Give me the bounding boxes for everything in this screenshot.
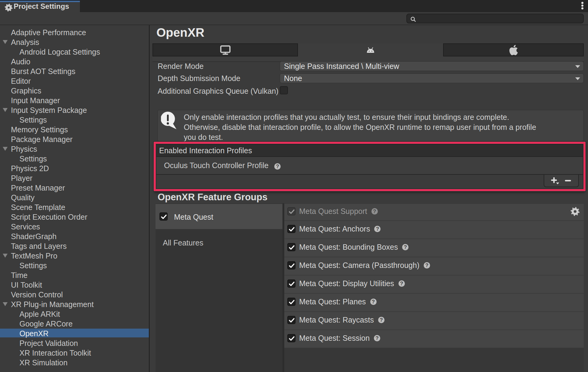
- warning-text: Only enable interaction profiles that yo…: [184, 112, 541, 142]
- feature-settings-gear-icon[interactable]: [570, 207, 580, 218]
- feature-label: Meta Quest: Anchors: [299, 225, 370, 233]
- sidebar-item-settings[interactable]: Settings: [0, 115, 149, 125]
- remove-profile-button[interactable]: [562, 175, 573, 187]
- sidebar-item-graphics[interactable]: Graphics: [0, 86, 149, 96]
- help-icon[interactable]: ?: [374, 226, 381, 232]
- sidebar-item-analysis[interactable]: Analysis: [0, 37, 149, 47]
- sidebar-item-editor[interactable]: Editor: [0, 76, 149, 86]
- dropdown-value: None: [284, 74, 302, 83]
- help-icon[interactable]: ?: [402, 244, 409, 250]
- tab-platform-desktop[interactable]: [152, 43, 298, 56]
- feature-label: Meta Quest: Session: [299, 334, 370, 343]
- kebab-menu-icon[interactable]: [581, 2, 584, 10]
- help-icon[interactable]: ?: [424, 262, 430, 269]
- sidebar-item-textmesh-pro[interactable]: TextMesh Pro: [0, 251, 149, 261]
- sidebar-item-ui-toolkit[interactable]: UI Toolkit: [0, 280, 149, 290]
- list-item-oculus-profile[interactable]: Oculus Touch Controller Profile?: [164, 157, 281, 174]
- check-icon: [161, 214, 167, 220]
- help-icon[interactable]: ?: [398, 280, 405, 287]
- android-icon: [366, 47, 375, 53]
- sidebar-item-scene-template[interactable]: Scene Template: [0, 202, 149, 212]
- sidebar-item-openxr[interactable]: OpenXR: [0, 329, 149, 338]
- sidebar-item-project-validation[interactable]: Project Validation: [0, 338, 149, 348]
- sidebar-item-label: Input System Package: [11, 106, 87, 114]
- openxr-settings-panel: OpenXR: [150, 25, 588, 372]
- add-profile-button[interactable]: [548, 175, 562, 187]
- sidebar-item-quality[interactable]: Quality: [0, 193, 149, 202]
- sidebar-item-label: Services: [11, 222, 40, 231]
- sidebar-item-services[interactable]: Services: [0, 222, 149, 232]
- help-icon[interactable]: ?: [371, 208, 378, 215]
- sidebar-item-adaptive-performance[interactable]: Adaptive Performance: [0, 28, 149, 37]
- feature-row-label: Meta Quest Support?: [299, 204, 378, 220]
- sidebar-item-shadergraph[interactable]: ShaderGraph: [0, 232, 149, 241]
- sidebar-item-settings[interactable]: Settings: [0, 154, 149, 164]
- field-row-vulkan-queue: Additional Graphics Queue (Vulkan): [150, 86, 588, 96]
- sidebar-item-input-system-package[interactable]: Input System Package: [0, 105, 149, 115]
- sidebar-item-physics-2d[interactable]: Physics 2D: [0, 164, 149, 173]
- sidebar-item-label: Project Validation: [19, 339, 78, 347]
- toolbar: [0, 12, 588, 25]
- sidebar-item-memory-settings[interactable]: Memory Settings: [0, 125, 149, 134]
- sidebar-item-burst-aot-settings[interactable]: Burst AOT Settings: [0, 66, 149, 76]
- sidebar-item-label: Burst AOT Settings: [11, 67, 75, 76]
- sidebar-item-label: Settings: [19, 154, 47, 163]
- feature-checkbox[interactable]: [287, 334, 296, 342]
- sidebar-item-xr-interaction-toolkit[interactable]: XR Interaction Toolkit: [0, 348, 149, 358]
- sidebar-item-xr-simulation[interactable]: XR Simulation: [0, 358, 149, 367]
- sidebar-item-package-manager[interactable]: Package Manager: [0, 134, 149, 144]
- foldout-triangle-icon[interactable]: [3, 108, 8, 112]
- help-icon[interactable]: ?: [370, 299, 377, 305]
- sidebar-item-script-execution-order[interactable]: Script Execution Order: [0, 212, 149, 222]
- sidebar-item-time[interactable]: Time: [0, 270, 149, 280]
- feature-checkbox[interactable]: [287, 261, 296, 269]
- sidebar-item-tags-and-layers[interactable]: Tags and Layers: [0, 241, 149, 251]
- feature-checkbox[interactable]: [287, 279, 296, 288]
- sidebar-item-label: ShaderGraph: [11, 232, 56, 241]
- sidebar-item-preset-manager[interactable]: Preset Manager: [0, 183, 149, 193]
- feature-checkbox[interactable]: [287, 207, 296, 215]
- all-features-label[interactable]: All Features: [163, 238, 203, 247]
- tab-platform-android[interactable]: [298, 43, 443, 56]
- tab-project-settings[interactable]: Project Settings: [0, 0, 80, 12]
- depth-mode-dropdown[interactable]: None: [280, 73, 584, 83]
- interaction-profiles-header: Enabled Interaction Profiles: [156, 144, 583, 156]
- sidebar-item-xr-plug-in-management[interactable]: XR Plug-in Management: [0, 299, 149, 309]
- sidebar-item-google-arcore[interactable]: Google ARCore: [0, 319, 149, 329]
- sidebar-item-audio[interactable]: Audio: [0, 57, 149, 66]
- foldout-triangle-icon[interactable]: [3, 40, 8, 44]
- feature-list-empty-area: [284, 348, 584, 372]
- feature-checkbox[interactable]: [287, 225, 296, 233]
- search-input[interactable]: [406, 14, 584, 23]
- render-mode-dropdown[interactable]: Single Pass Instanced \ Multi-view: [280, 61, 584, 71]
- sidebar-item-apple-arkit[interactable]: Apple ARKit: [0, 309, 149, 319]
- platform-tab-strip: [152, 43, 584, 62]
- help-icon[interactable]: ?: [378, 317, 385, 323]
- feature-label: Meta Quest: Planes: [299, 297, 366, 306]
- feature-checkbox[interactable]: [287, 243, 296, 251]
- interaction-profiles-title: Enabled Interaction Profiles: [159, 145, 252, 156]
- sidebar-item-player[interactable]: Player: [0, 173, 149, 183]
- help-icon[interactable]: ?: [374, 335, 380, 341]
- search-input-field[interactable]: [418, 14, 580, 23]
- foldout-triangle-icon[interactable]: [3, 302, 8, 306]
- tab-platform-apple[interactable]: [443, 43, 584, 56]
- feature-checkbox[interactable]: [287, 298, 296, 306]
- foldout-triangle-icon[interactable]: [3, 147, 8, 151]
- feature-checkbox[interactable]: [287, 316, 296, 324]
- sidebar-item-input-manager[interactable]: Input Manager: [0, 96, 149, 105]
- feature-groups-sidebar: Meta Quest All Features: [156, 203, 282, 372]
- help-icon[interactable]: ?: [274, 163, 281, 170]
- sidebar-item-label: TextMesh Pro: [11, 252, 57, 260]
- sidebar-item-version-control[interactable]: Version Control: [0, 290, 149, 299]
- feature-group-meta-quest[interactable]: Meta Quest: [156, 204, 282, 229]
- warning-helpbox: Only enable interaction profiles that yo…: [157, 110, 584, 141]
- sidebar-item-physics[interactable]: Physics: [0, 144, 149, 154]
- foldout-triangle-icon[interactable]: [3, 254, 8, 258]
- vulkan-queue-checkbox[interactable]: [280, 86, 288, 94]
- sidebar-item-settings[interactable]: Settings: [0, 261, 149, 270]
- kebab-dot: [581, 2, 583, 4]
- sidebar-item-android-logcat-settings[interactable]: Android Logcat Settings: [0, 47, 149, 57]
- tab-title: Project Settings: [14, 2, 69, 11]
- meta-quest-checkbox[interactable]: [159, 212, 168, 221]
